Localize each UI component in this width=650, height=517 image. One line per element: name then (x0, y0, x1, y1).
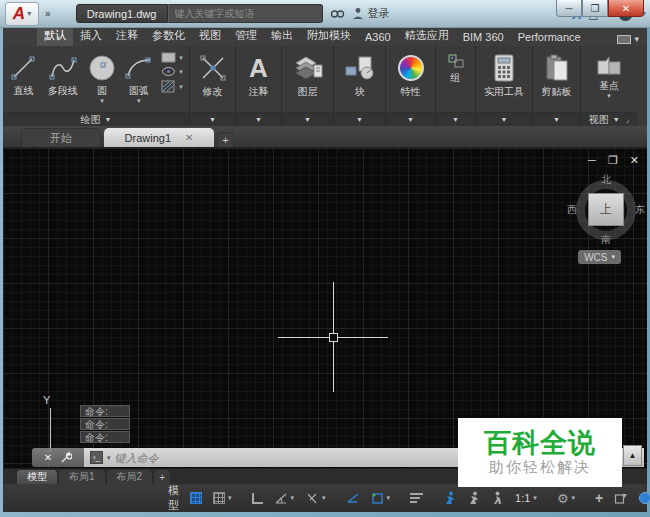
ribbon-tab-output[interactable]: 输出 (264, 26, 300, 46)
command-icon[interactable]: ›_ (90, 451, 103, 464)
properties-button[interactable]: 特性 (386, 46, 435, 112)
search-icon[interactable] (330, 8, 345, 20)
scroll-up-button[interactable]: ▲ (623, 445, 642, 466)
rectangle-tool-button[interactable]: ▾ (157, 52, 187, 63)
isolate-objects-button[interactable] (611, 490, 631, 507)
maximize-button[interactable]: ❐ (582, 0, 608, 17)
group-button[interactable]: 组 (436, 46, 475, 112)
view-panel-title[interactable]: 视图▼⌟ (581, 112, 637, 126)
polyline-tool-button[interactable]: 多段线 (42, 48, 84, 112)
hardware-acceleration-button[interactable] (636, 490, 650, 506)
clipboard-panel-flyout[interactable]: ▼ (533, 112, 580, 126)
ribbon-tab-parametric[interactable]: 参数化 (145, 26, 192, 46)
ucs-icon: Y (43, 394, 50, 406)
clipboard-button[interactable]: 剪贴板 (533, 46, 580, 112)
properties-panel-flyout[interactable]: ▼ (386, 112, 435, 126)
help-search-box[interactable] (168, 4, 323, 23)
chevron-down-icon[interactable]: ▾ (291, 494, 295, 502)
arc-tool-button[interactable]: 圆弧 ▾ (120, 48, 157, 112)
layout-tab-layout1[interactable]: 布局1 (59, 470, 105, 484)
ribbon-tab-default[interactable]: 默认 (37, 26, 73, 46)
new-layout-button[interactable]: + (154, 470, 170, 484)
layers-panel-flyout[interactable]: ▼ (282, 112, 333, 126)
basepoint-button[interactable]: 基点 ▾ (581, 46, 637, 112)
search-input[interactable] (169, 8, 322, 19)
utilities-button[interactable]: 实用工具 (476, 46, 532, 112)
circle-tool-button[interactable]: 圆 ▾ (84, 48, 121, 112)
ortho-mode-toggle[interactable] (249, 491, 266, 506)
ribbon-tab-insert[interactable]: 插入 (73, 26, 109, 46)
minimize-button[interactable]: ─ (556, 0, 582, 17)
file-tab-start[interactable]: 开始 (21, 128, 101, 147)
compass-south-label[interactable]: 南 (601, 233, 611, 247)
chevron-down-icon[interactable]: ▾ (572, 494, 576, 502)
wcs-menu[interactable]: WCS▾ (578, 250, 621, 264)
osnap-tracking-toggle[interactable] (343, 490, 363, 506)
layout-tab-model[interactable]: 模型 (17, 470, 57, 484)
ribbon-minimize-button[interactable]: ▾ (617, 34, 639, 46)
doc-minimize-button[interactable]: ─ (588, 154, 596, 167)
compass-east-label[interactable]: 东 (635, 203, 645, 217)
doc-restore-button[interactable]: ❐ (608, 154, 618, 167)
sign-in-button[interactable]: 登录 (368, 6, 390, 21)
isometric-drafting-toggle[interactable]: ▾ (302, 490, 329, 507)
lineweight-toggle[interactable] (407, 491, 426, 505)
snap-mode-toggle[interactable]: ▾ (210, 490, 235, 506)
app-menu-button[interactable]: A ▾ (5, 2, 39, 26)
ribbon-tab-bim360[interactable]: BIM 360 (456, 29, 511, 46)
ellipse-tool-button[interactable]: ▾ (157, 66, 187, 77)
model-space-label[interactable]: 模型 (168, 483, 179, 513)
workspace-switching-button[interactable]: ⚙▾ (554, 490, 578, 507)
annotation-visibility-toggle[interactable] (440, 489, 459, 507)
user-icon[interactable] (352, 7, 364, 20)
ribbon-tab-performance[interactable]: Performance (511, 29, 588, 46)
wrench-icon[interactable] (60, 452, 72, 464)
quick-access-expand-button[interactable]: » (45, 8, 50, 19)
ribbon-tab-featured-apps[interactable]: 精选应用 (398, 26, 456, 46)
ribbon-tab-addins[interactable]: 附加模块 (300, 26, 358, 46)
annotation-scale-toggle[interactable] (488, 489, 507, 507)
modify-button[interactable]: 修改 (190, 46, 235, 112)
ribbon-tab-a360[interactable]: A360 (358, 29, 398, 46)
polar-tracking-toggle[interactable]: ▾ (271, 490, 298, 507)
block-panel-flyout[interactable]: ▼ (334, 112, 385, 126)
annotate-button[interactable]: A 注释 (236, 46, 281, 112)
draw-panel-title[interactable]: 绘图▼ (3, 112, 189, 126)
new-drawing-tab-button[interactable]: + (217, 132, 234, 147)
chevron-down-icon[interactable]: ▾ (228, 494, 232, 502)
ribbon-tab-manage[interactable]: 管理 (228, 26, 264, 46)
viewcube[interactable]: 北 南 西 东 上 (570, 174, 642, 246)
annotation-scale-value[interactable]: 1:1 ▾ (512, 490, 540, 506)
close-tab-icon[interactable]: ✕ (185, 132, 193, 143)
annotate-panel-flyout[interactable]: ▼ (236, 112, 281, 126)
chevron-down-icon[interactable]: ▾ (533, 494, 537, 502)
compass-north-label[interactable]: 北 (601, 173, 611, 187)
close-button[interactable]: ✕ (608, 0, 644, 17)
file-tab-drawing1[interactable]: Drawing1 ✕ (104, 128, 214, 147)
hatch-tool-button[interactable]: ▾ (157, 80, 187, 93)
annotation-monitor-button[interactable]: + (592, 488, 606, 508)
chevron-down-icon[interactable]: ▾ (107, 454, 111, 462)
layout-tab-layout2[interactable]: 布局2 (107, 470, 153, 484)
chevron-down-icon[interactable]: ▾ (322, 494, 326, 502)
layers-button[interactable]: 图层 (282, 46, 333, 112)
line-tool-button[interactable]: 直线 (5, 48, 42, 112)
compass-west-label[interactable]: 西 (567, 203, 577, 217)
annotation-person-gray-icon (467, 491, 480, 505)
ribbon-tab-view[interactable]: 视图 (192, 26, 228, 46)
utilities-panel-flyout[interactable]: ▼ (476, 112, 532, 126)
chevron-down-icon[interactable]: ▾ (387, 494, 391, 502)
command-bar-grip[interactable]: ✕ (32, 448, 84, 467)
modify-panel-flyout[interactable]: ▼ (190, 112, 235, 126)
panel-launcher-icon[interactable]: ⌟ (626, 115, 630, 124)
viewcube-top-face[interactable]: 上 (588, 193, 624, 226)
object-snap-toggle[interactable]: ▾ (368, 490, 394, 507)
doc-close-button[interactable]: ✕ (630, 154, 639, 167)
close-icon[interactable]: ✕ (44, 452, 52, 463)
block-button[interactable]: 块 (334, 46, 385, 112)
annotation-scale-sync-toggle[interactable] (464, 489, 483, 507)
ribbon-tab-annotate[interactable]: 注释 (109, 26, 145, 46)
grid-display-toggle[interactable] (187, 490, 205, 506)
group-panel-flyout[interactable]: ▼ (436, 112, 475, 126)
panel-utilities: 实用工具 ▼ (476, 46, 533, 126)
